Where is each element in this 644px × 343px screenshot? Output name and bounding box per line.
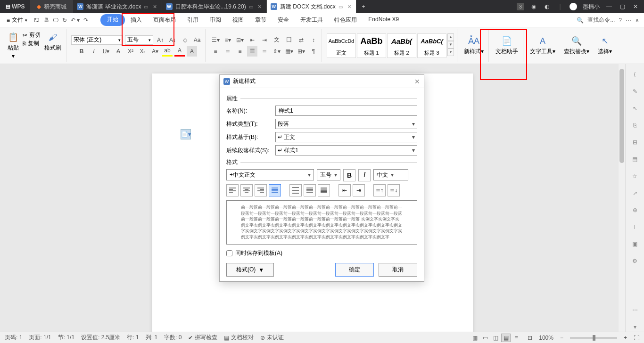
side-layers-icon[interactable]: ▤ <box>630 155 640 164</box>
view-draft-icon[interactable]: ≡ <box>512 334 521 342</box>
align-center-icon[interactable]: ≣ <box>223 46 233 57</box>
change-case-icon[interactable]: Aa <box>192 35 202 45</box>
status-page-no[interactable]: 页码: 1 <box>5 334 22 342</box>
qat-redo-icon[interactable]: ↷ <box>83 17 88 24</box>
tab-developer[interactable]: 开发工具 <box>295 14 329 26</box>
qat-refresh-icon[interactable]: ↻ <box>62 17 67 24</box>
shading-icon[interactable]: ▦▾ <box>284 46 294 57</box>
tab-review[interactable]: 审阅 <box>204 14 227 26</box>
view-read-icon[interactable]: ▭ <box>480 334 490 342</box>
status-row[interactable]: 行: 1 <box>127 334 139 342</box>
tab-close-icon[interactable]: × <box>153 3 157 10</box>
dlg-align-right-icon[interactable] <box>255 184 267 196</box>
font-name-select[interactable]: 宋体 (正文)▾ <box>71 35 123 45</box>
search-label[interactable]: 查找命令... <box>587 16 615 24</box>
status-setval[interactable]: 设置值: 2.5厘米 <box>81 334 120 342</box>
tab-window-icon[interactable]: ▭ <box>144 4 148 9</box>
bullets-icon[interactable]: ☰▾ <box>210 35 221 45</box>
maximize-icon[interactable]: ▢ <box>619 3 626 10</box>
dlg-align-center-icon[interactable] <box>240 184 253 196</box>
doc-tab-1[interactable]: W口腔本科生毕业论...19.6.20)▭× <box>162 0 267 13</box>
dlg-spacing-tight-icon[interactable] <box>318 184 330 196</box>
new-tab-button[interactable]: + <box>356 0 371 13</box>
page-anchor-icon[interactable]: 📄▾ <box>181 129 191 139</box>
side-text-icon[interactable]: T <box>630 222 640 232</box>
multilevel-icon[interactable]: ⊟▾ <box>235 35 245 45</box>
highlight-icon[interactable]: ab <box>162 46 173 57</box>
dialog-titlebar[interactable]: W 新建样式 ✕ <box>220 75 424 88</box>
paste-button[interactable]: 📋粘贴▾ <box>6 31 21 60</box>
side-star-icon[interactable]: ☆ <box>630 172 640 181</box>
dlg-font-name-select[interactable]: +中文正文 <box>226 169 314 180</box>
dialog-close-icon[interactable]: ✕ <box>414 78 420 85</box>
status-page[interactable]: 页面: 1/1 <box>29 334 51 342</box>
next-style-select[interactable]: ↵ 样式1 <box>275 145 417 155</box>
zoom-in-icon[interactable]: + <box>624 335 627 341</box>
select-button[interactable]: ↖选择▾ <box>596 34 614 57</box>
doc-tab-2[interactable]: W新建 DOCX 文档.docx▭× <box>267 0 356 13</box>
style-heading1[interactable]: AaBb标题 1 <box>357 33 386 58</box>
tab-view[interactable]: 视图 <box>227 14 249 26</box>
minimize-icon[interactable]: — <box>605 3 613 10</box>
side-share-icon[interactable]: ↗ <box>630 188 640 198</box>
side-settings-icon[interactable]: ⊟ <box>630 138 640 147</box>
side-clipboard-icon[interactable]: ⎘ <box>630 121 640 130</box>
dlg-align-justify-icon[interactable] <box>269 184 281 196</box>
tab-icon[interactable]: ⇄ <box>296 35 306 45</box>
status-col[interactable]: 列: 1 <box>146 334 157 342</box>
copy-button[interactable]: ⎘ 复制 <box>23 40 41 48</box>
wps-logo[interactable]: ⊞ WPS <box>0 3 30 10</box>
side-chevron-icon[interactable]: ⟨ <box>630 70 640 79</box>
font-color-icon[interactable]: A <box>174 46 185 57</box>
char-border-icon[interactable]: 囗 <box>284 35 294 45</box>
view-fit-icon[interactable]: ⊡ <box>528 335 532 341</box>
based-on-select[interactable]: ↵ 正文 <box>275 132 417 142</box>
tab-security[interactable]: 安全 <box>272 14 295 26</box>
dlg-indent-decrease-icon[interactable]: ⇤ <box>339 184 351 196</box>
style-heading2[interactable]: AaBb(标题 2 <box>387 33 416 58</box>
increase-indent-icon[interactable]: ⇥ <box>259 35 270 45</box>
phonetic-icon[interactable]: 文 <box>272 35 282 45</box>
view-print-icon[interactable]: ▤ <box>501 334 511 342</box>
qat-preview-icon[interactable]: 🖵 <box>53 17 58 24</box>
side-select-icon[interactable]: ↖ <box>630 104 640 113</box>
subscript-icon[interactable]: X₂ <box>138 46 148 57</box>
vertical-scrollbar[interactable] <box>619 64 625 332</box>
tab-close-icon[interactable]: × <box>347 3 351 10</box>
tab-window-icon[interactable]: ▭ <box>249 4 253 9</box>
zoom-slider[interactable] <box>570 337 617 339</box>
spell-check-button[interactable]: ✔ 拼写检查 <box>188 334 217 342</box>
dlg-align-left-icon[interactable] <box>226 184 239 196</box>
gallery-down-icon[interactable]: ▼ <box>447 41 454 49</box>
borders-icon[interactable]: ⊞▾ <box>296 46 306 57</box>
tab-special[interactable]: 特色应用 <box>329 14 363 26</box>
dlg-para-before-icon[interactable]: ≣↑ <box>373 184 386 196</box>
strikethrough-icon[interactable]: A̶ <box>113 46 124 57</box>
increase-font-icon[interactable]: A↑ <box>155 35 165 45</box>
qat-print-icon[interactable]: 🖶 <box>43 17 49 24</box>
status-words[interactable]: 字数: 0 <box>164 334 182 342</box>
scrollbar-thumb[interactable] <box>619 69 624 163</box>
decrease-font-icon[interactable]: A↓ <box>167 35 178 45</box>
distribute-icon[interactable]: ≣ <box>259 46 270 57</box>
qat-undo-icon[interactable]: ↶ ▾ <box>71 17 80 24</box>
fullscreen-icon[interactable]: ⛶ <box>634 335 639 341</box>
name-input[interactable] <box>275 106 417 116</box>
style-normal[interactable]: AaBbCcDd正文 <box>327 33 356 58</box>
notif-badge[interactable]: 3 <box>517 3 524 10</box>
line-spacing-icon[interactable]: ⇕▾ <box>272 46 282 57</box>
underline-icon[interactable]: U▾ <box>101 46 111 57</box>
view-web-icon[interactable]: ◫ <box>491 334 500 342</box>
tab-close-icon[interactable]: × <box>258 3 262 10</box>
dlg-spacing-normal-icon[interactable] <box>304 184 316 196</box>
skin-icon[interactable]: ◐ <box>543 3 551 10</box>
zoom-level[interactable]: 100% <box>539 335 553 341</box>
bold-icon[interactable]: B <box>76 46 87 57</box>
format-painter-button[interactable]: 🖌格式刷 <box>42 31 63 60</box>
sort-icon[interactable]: ↕ <box>308 35 319 45</box>
sync-icon[interactable]: ◉ <box>530 3 537 10</box>
find-replace-button[interactable]: 🔍查找替换▾ <box>562 34 591 57</box>
decrease-indent-icon[interactable]: ⇤ <box>247 35 257 45</box>
user-avatar[interactable] <box>570 3 577 10</box>
text-tools-button[interactable]: A文字工具▾ <box>528 34 557 57</box>
